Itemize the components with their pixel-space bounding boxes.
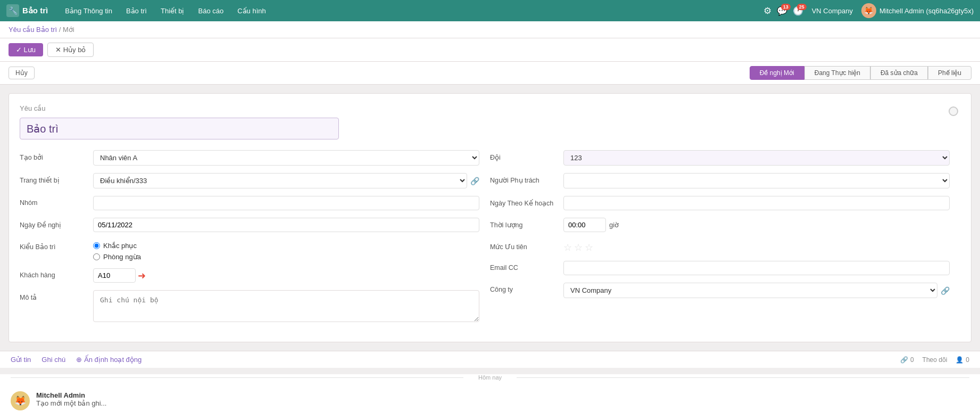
followers-count: 👤 0	[956, 356, 969, 364]
star-2[interactable]: ☆	[574, 242, 583, 253]
settings-button[interactable]: ⚙	[763, 5, 771, 17]
muc-uu-tien-row: Mức Ưu tiên ☆ ☆ ☆	[490, 240, 950, 253]
email-cc-value	[563, 261, 950, 275]
muc-uu-tien-label: Mức Ưu tiên	[490, 240, 559, 251]
nhom-row: Nhóm	[20, 196, 479, 210]
stage-repaired[interactable]: Đã sửa chữa	[870, 66, 928, 80]
ngay-theo-ke-hoach-value	[563, 196, 950, 210]
cong-ty-value: VN Company 🔗	[563, 283, 950, 298]
nhom-label: Nhóm	[20, 196, 89, 207]
chatter-text: Tạo mới một bản ghi...	[36, 399, 106, 407]
topnav-menu: Bảng Thông tin Bảo trì Thiết bị Báo cáo …	[59, 4, 761, 18]
ngay-de-nghi-input[interactable]	[93, 218, 479, 232]
note-button[interactable]: Ghi chú	[41, 356, 65, 364]
tao-boi-value: Nhân viên A	[93, 150, 479, 166]
doi-select[interactable]: 123	[563, 150, 950, 166]
save-button[interactable]: ✓ Lưu	[9, 43, 43, 56]
ngay-theo-ke-hoach-row: Ngày Theo Kế hoạch	[490, 196, 950, 210]
mo-ta-value	[93, 290, 479, 324]
radio-group: Khắc phục Phòng ngừa	[93, 240, 479, 261]
mo-ta-label: Mô tả	[20, 290, 89, 301]
chatter-message: 🦊 Mitchell Admin Tạo mới một bản ghi...	[11, 387, 969, 415]
toggle-circle[interactable]	[949, 106, 958, 116]
khach-hang-input[interactable]	[93, 268, 136, 283]
cancel-button[interactable]: ✕ Hủy bỏ	[47, 43, 94, 57]
cong-ty-select[interactable]: VN Company	[563, 283, 937, 298]
mo-ta-textarea[interactable]	[93, 290, 479, 322]
thiet-bi-select[interactable]: Điều khiển/333	[93, 173, 467, 188]
radio-phong-ngua-label: Phòng ngừa	[103, 253, 141, 261]
stage-in-progress[interactable]: Đang Thực hiện	[804, 66, 870, 80]
cong-ty-row: Công ty VN Company 🔗	[490, 283, 950, 298]
radio-phong-ngua-input[interactable]	[93, 253, 100, 260]
thiet-bi-row: Trang thiết bị Điều khiển/333 🔗	[20, 173, 479, 188]
activity-button-chatter[interactable]: ⊕ Ấn định hoạt động	[76, 356, 142, 364]
company-field: VN Company 🔗	[563, 283, 950, 298]
time-input-group: giờ	[563, 218, 950, 232]
menu-reports[interactable]: Báo cáo	[192, 4, 230, 18]
chatter-author: Mitchell Admin	[36, 391, 106, 399]
tao-boi-label: Tạo bởi	[20, 150, 89, 161]
breadcrumb: Yêu cầu Bảo trì / Mới	[0, 21, 980, 38]
thoi-luong-row: Thời lượng giờ	[490, 218, 950, 232]
follower-number: 0	[966, 356, 969, 364]
time-unit-label: giờ	[609, 221, 619, 229]
stars-group: ☆ ☆ ☆	[563, 240, 950, 253]
cancel-stage-button[interactable]: Hủy	[9, 67, 35, 79]
nhom-input[interactable]	[93, 196, 479, 210]
stage-scrap[interactable]: Phế liệu	[928, 66, 971, 80]
breadcrumb-separator: /	[59, 26, 63, 34]
activity-button[interactable]: 🕐25	[793, 6, 803, 16]
mo-ta-row: Mô tả	[20, 290, 479, 324]
radio-khac-phuc-label: Khắc phục	[103, 242, 137, 250]
thoi-luong-input[interactable]	[563, 218, 606, 232]
radio-phong-ngua[interactable]: Phòng ngừa	[93, 253, 479, 261]
menu-config[interactable]: Cấu hình	[231, 4, 272, 18]
star-1[interactable]: ☆	[563, 242, 572, 253]
chat-badge: 13	[781, 4, 791, 10]
like-count: 🔗 0	[900, 356, 914, 364]
status-bar: Hủy Đề nghị Mới Đang Thực hiện Đã sửa ch…	[0, 62, 980, 85]
chatter-divider: Hôm nay	[11, 374, 969, 381]
cong-ty-external-link-icon[interactable]: 🔗	[941, 286, 950, 295]
menu-equipment[interactable]: Thiết bị	[154, 4, 191, 18]
nguoi-phu-trach-label: Người Phụ trách	[490, 173, 559, 184]
menu-maintenance[interactable]: Bảo trì	[120, 4, 153, 18]
muc-uu-tien-value: ☆ ☆ ☆	[563, 240, 950, 253]
activity-badge: 25	[797, 4, 807, 10]
breadcrumb-parent[interactable]: Yêu cầu Bảo trì	[9, 26, 57, 34]
company-name: VN Company	[812, 7, 853, 15]
stage-new[interactable]: Đề nghị Mới	[750, 66, 804, 80]
like-icon: 🔗	[900, 356, 908, 364]
brand-name: Bảo trì	[22, 6, 48, 15]
radio-khac-phuc-input[interactable]	[93, 242, 100, 249]
chatter-meta: 🔗 0 Theo dõi 👤 0	[900, 356, 969, 364]
menu-dashboard[interactable]: Bảng Thông tin	[59, 4, 119, 18]
nguoi-phu-trach-select[interactable]	[563, 173, 950, 188]
ngay-theo-ke-hoach-input[interactable]	[563, 196, 950, 210]
cong-ty-label: Công ty	[490, 283, 559, 293]
chat-button[interactable]: 💬13	[777, 6, 787, 16]
chatter-bar: Gửi tin Ghi chú ⊕ Ấn định hoạt động 🔗 0 …	[0, 351, 980, 368]
doi-row: Đội 123	[490, 150, 950, 166]
send-message-button[interactable]: Gửi tin	[11, 356, 31, 364]
user-menu[interactable]: 🦊 Mitchell Admin (sq6ha26gty5x)	[861, 3, 974, 18]
nguoi-phu-trach-value	[563, 173, 950, 188]
radio-khac-phuc[interactable]: Khắc phục	[93, 242, 479, 250]
email-cc-input[interactable]	[563, 261, 950, 275]
activity-icon: ⊕	[76, 356, 82, 364]
doi-label: Đội	[490, 150, 559, 161]
breadcrumb-current: Mới	[63, 26, 74, 34]
thiet-bi-external-link-icon[interactable]: 🔗	[470, 177, 479, 185]
kieu-bao-tri-value: Khắc phục Phòng ngừa	[93, 240, 479, 261]
chatter-messages: Hôm nay 🦊 Mitchell Admin Tạo mới một bản…	[0, 374, 980, 420]
follow-button[interactable]: Theo dõi	[923, 356, 948, 364]
follow-label: Theo dõi	[923, 356, 948, 364]
star-3[interactable]: ☆	[585, 242, 593, 253]
brand-icon: 🔧	[6, 4, 19, 17]
form-container: Yêu cầu Tạo bởi Nhân viên A Trang thiết …	[9, 93, 971, 342]
tao-boi-select[interactable]: Nhân viên A	[93, 150, 479, 166]
brand: 🔧 Bảo trì	[6, 4, 48, 17]
request-input[interactable]	[20, 118, 339, 139]
user-avatar: 🦊	[861, 3, 876, 18]
